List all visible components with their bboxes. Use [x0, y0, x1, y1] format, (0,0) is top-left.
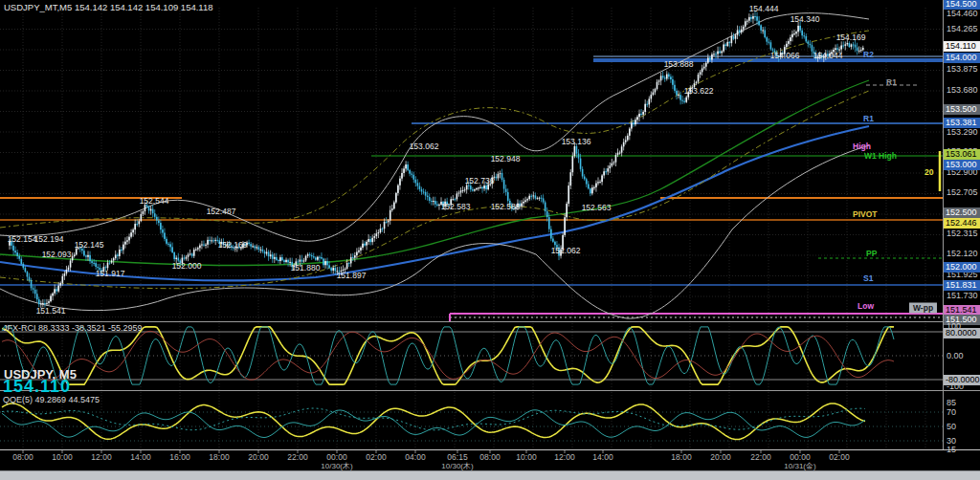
chart-canvas[interactable]	[0, 0, 980, 480]
mt4-chart-window: USDJPY_MT,M5 154.142 154.142 154.109 154…	[0, 0, 980, 480]
